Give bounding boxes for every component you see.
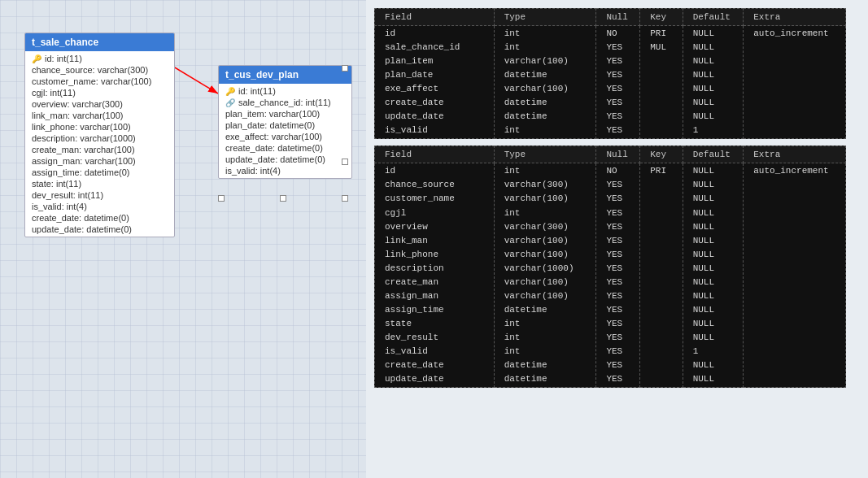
table-sale-chance-header: t_sale_chance (25, 33, 174, 51)
table-row: 🔑 id: int(11) (219, 85, 351, 97)
extra-col: auto_increment (744, 163, 846, 388)
table-row: exe_affect: varchar(100) (219, 131, 351, 142)
table-row: assign_man: varchar(100) (25, 155, 174, 167)
main-container: t_sale_chance 🔑 id: int(11) chance_sourc… (0, 0, 868, 478)
table-row: customer_name: varchar(100) (25, 76, 174, 87)
resize-handle (342, 159, 348, 165)
key-icon: 🔑 (32, 54, 41, 63)
table-row: update_date: datetime(0) (219, 154, 351, 165)
table-row: link_phone: varchar(100) (25, 121, 174, 133)
sql-table-sale-chance: Field Type Null Key Default Extra id cha… (374, 146, 860, 388)
table-row: cgjl: int(11) (25, 87, 174, 98)
default-col: NULL NULL NULL NULL NULL NULL NULL 1 (683, 26, 744, 139)
resize-handle (218, 195, 225, 202)
null-col: NO YES YES YES YES YES YES YES YES YES Y… (596, 163, 640, 388)
null-col: NO YES YES YES YES YES YES YES (596, 26, 640, 139)
table-row: chance_source: varchar(300) (25, 64, 174, 76)
table-row: description: varchar(1000) (25, 133, 174, 144)
table-row: link_man: varchar(100) (25, 110, 174, 121)
col-header-type: Type (494, 9, 596, 26)
resize-handle (342, 65, 348, 72)
col-header-extra: Extra (744, 9, 846, 26)
field-col: id sale_chance_id plan_item plan_date ex… (375, 26, 495, 139)
table-row: plan_item: varchar(100) (219, 108, 351, 120)
diagram-area: t_sale_chance 🔑 id: int(11) chance_sourc… (0, 0, 366, 478)
table-row: create_date: datetime(0) (25, 212, 174, 224)
col-header-extra: Extra (744, 146, 846, 163)
col-header-null: Null (596, 146, 640, 163)
table-row: dev_result: int(11) (25, 189, 174, 201)
col-header-field: Field (375, 146, 495, 163)
table-cus-dev-plan: t_cus_dev_plan 🔑 id: int(11) 🔗 sale_chan… (218, 65, 352, 179)
table-row: 🔗 sale_chance_id: int(11) (219, 97, 351, 108)
table-row: state: int(11) (25, 178, 174, 189)
table-row: create_date: datetime(0) (219, 142, 351, 154)
col-header-type: Type (494, 146, 596, 163)
table-row: 🔑 id: int(11) (25, 53, 174, 64)
table-row: is_valid: int(4) (219, 165, 351, 176)
default-col: NULL NULL NULL NULL NULL NULL NULL NULL … (683, 163, 744, 388)
table-row: is_valid: int(4) (25, 201, 174, 212)
table-row: id chance_source customer_name cgjl over… (375, 163, 846, 388)
table-row: assign_time: datetime(0) (25, 167, 174, 178)
key-col: PRI (640, 163, 683, 388)
field-col: id chance_source customer_name cgjl over… (375, 163, 495, 388)
type-col: int varchar(300) varchar(100) int varcha… (494, 163, 596, 388)
resize-handle (280, 195, 286, 202)
key-col: PRI MUL (640, 26, 683, 139)
resize-handle (342, 195, 348, 202)
fk-icon: 🔗 (225, 98, 235, 107)
table-row: create_man: varchar(100) (25, 144, 174, 155)
col-header-key: Key (640, 146, 683, 163)
table-sale-chance-body: 🔑 id: int(11) chance_source: varchar(300… (25, 51, 174, 237)
sql-table: Field Type Null Key Default Extra id sal… (374, 8, 846, 139)
table-row: id sale_chance_id plan_item plan_date ex… (375, 26, 846, 139)
col-header-null: Null (596, 9, 640, 26)
sql-table: Field Type Null Key Default Extra id cha… (374, 146, 846, 388)
col-header-default: Default (683, 146, 744, 163)
table-row: plan_date: datetime(0) (219, 120, 351, 131)
table-row: update_date: datetime(0) (25, 224, 174, 235)
tables-area: Field Type Null Key Default Extra id sal… (366, 0, 868, 478)
sql-table-cus-dev-plan: Field Type Null Key Default Extra id sal… (374, 8, 860, 139)
type-col: int int varchar(100) datetime varchar(10… (494, 26, 596, 139)
col-header-field: Field (375, 9, 495, 26)
table-cus-dev-plan-header: t_cus_dev_plan (219, 66, 351, 84)
table-row: overview: varchar(300) (25, 98, 174, 110)
key-icon: 🔑 (225, 87, 235, 96)
table-sale-chance: t_sale_chance 🔑 id: int(11) chance_sourc… (24, 33, 175, 237)
col-header-key: Key (640, 9, 683, 26)
extra-col: auto_increment (744, 26, 846, 139)
table-cus-dev-plan-body: 🔑 id: int(11) 🔗 sale_chance_id: int(11) … (219, 84, 351, 178)
col-header-default: Default (683, 9, 744, 26)
